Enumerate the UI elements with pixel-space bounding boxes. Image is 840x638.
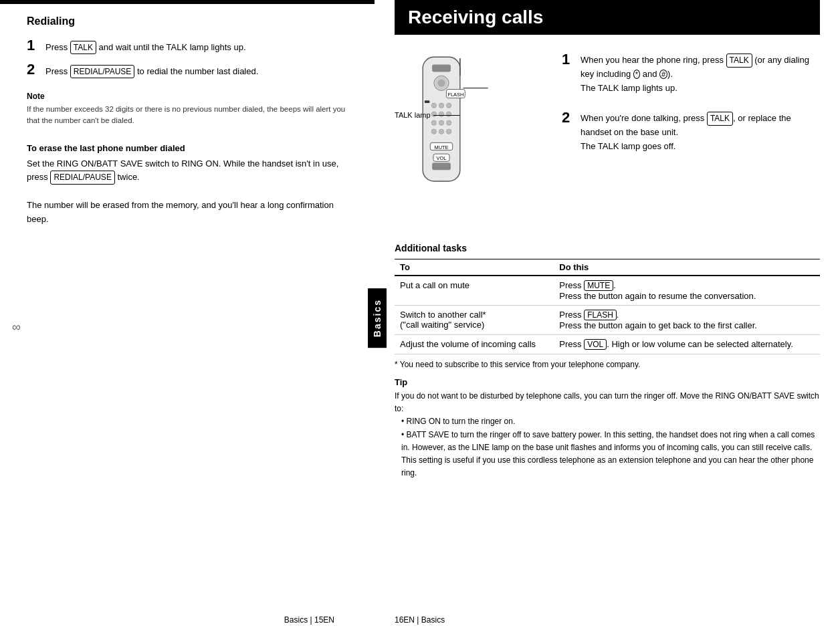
svg-point-16 [439, 129, 443, 134]
right-panel: Receiving calls FLASH [375, 0, 840, 638]
left-panel: Redialing 1 Press TALK and wait until th… [0, 0, 375, 638]
tip-list: RING ON to turn the ringer on. BATT SAVE… [395, 415, 820, 480]
note-title: Note [27, 92, 354, 101]
tasks-table: To Do this Put a call on mute Press MUTE… [395, 259, 820, 354]
tip-text: If you do not want to be disturbed by te… [395, 390, 820, 480]
erase-text: Set the RING ON/BATT SAVE switch to RING… [27, 157, 354, 227]
step-1: 1 Press TALK and wait until the TALK lam… [27, 38, 354, 54]
additional-tasks: Additional tasks To Do this Put a call o… [395, 243, 820, 480]
col-to: To [395, 259, 554, 276]
svg-point-15 [431, 129, 436, 134]
tip-intro: If you do not want to be disturbed by te… [395, 391, 819, 413]
receiving-content: FLASH MUTE [395, 51, 820, 227]
tip-item-2: BATT SAVE to turn the ringer off to save… [401, 429, 820, 480]
svg-point-7 [439, 103, 443, 108]
table-row: Adjust the volume of incoming calls Pres… [395, 335, 820, 354]
table-header-row: To Do this [395, 259, 820, 276]
footnote: * You need to subscribe to this service … [395, 360, 820, 369]
redial-key-1: REDIAL/PAUSE [70, 65, 134, 78]
svg-text:FLASH: FLASH [447, 92, 463, 98]
svg-rect-1 [432, 64, 451, 72]
svg-point-8 [446, 103, 451, 108]
svg-text:MUTE: MUTE [435, 144, 449, 150]
talk-key-recv-1: TALK [726, 54, 752, 68]
task-to-2: Switch to another call*("call waiting" s… [395, 306, 554, 335]
receive-step-1-num: 1 [562, 51, 581, 68]
page-title: Receiving calls [408, 7, 807, 28]
talk-lamp-line [433, 115, 460, 116]
svg-rect-22 [432, 163, 451, 170]
svg-point-6 [431, 103, 436, 108]
col-do: Do this [554, 259, 820, 276]
svg-point-3 [437, 80, 445, 87]
tip-item-1: RING ON to turn the ringer on. [401, 415, 820, 428]
flash-key: FLASH [584, 310, 617, 320]
tip-section: Tip If you do not want to be disturbed b… [395, 377, 820, 480]
note-text: If the number exceeds 32 digits or there… [27, 104, 354, 127]
erase-section: To erase the last phone number dialed Se… [27, 143, 354, 227]
infinity-mark: ∞ [12, 320, 21, 334]
step-2-num: 2 [27, 62, 45, 77]
mute-key: MUTE [584, 280, 613, 291]
task-do-1: Press MUTE. Press the button again to re… [554, 276, 820, 306]
additional-tasks-title: Additional tasks [395, 243, 820, 253]
task-do-2: Press FLASH. Press the button again to g… [554, 306, 820, 335]
svg-point-12 [431, 120, 436, 125]
steps-right: 1 When you hear the phone ring, press TA… [562, 51, 820, 227]
task-to-1: Put a call on mute [395, 276, 554, 306]
receive-step-2: 2 When you're done talking, press TALK, … [562, 109, 820, 154]
task-to-3: Adjust the volume of incoming calls [395, 335, 554, 354]
receive-step-1: 1 When you hear the phone ring, press TA… [562, 51, 820, 96]
tip-title: Tip [395, 377, 820, 387]
talk-lamp-label: TALK lamp [395, 111, 460, 119]
svg-point-13 [439, 120, 443, 125]
redialing-title: Redialing [27, 15, 354, 27]
svg-point-14 [446, 120, 451, 125]
erase-title: To erase the last phone number dialed [27, 143, 354, 153]
svg-rect-21 [425, 100, 429, 103]
step-2: 2 Press REDIAL/PAUSE to redial the numbe… [27, 62, 354, 78]
receive-step-2-text: When you're done talking, press TALK, or… [581, 109, 820, 154]
talk-key-1: TALK [70, 41, 96, 54]
page-header: Receiving calls [395, 0, 820, 35]
note-section: Note If the number exceeds 32 digits or … [27, 92, 354, 127]
svg-text:VOL: VOL [437, 155, 447, 161]
receive-step-2-num: 2 [562, 109, 581, 126]
svg-point-17 [446, 129, 451, 134]
page-num-right: 16EN | Basics [395, 615, 445, 625]
receive-step-1-text: When you hear the phone ring, press TALK… [581, 51, 820, 96]
table-row: Switch to another call*("call waiting" s… [395, 306, 820, 335]
redial-key-2: REDIAL/PAUSE [50, 171, 114, 185]
step-1-num: 1 [27, 38, 45, 53]
step-2-text: Press REDIAL/PAUSE to redial the number … [45, 62, 258, 78]
talk-key-recv-2: TALK [707, 112, 733, 126]
step-1-text: Press TALK and wait until the TALK lamp … [45, 38, 246, 54]
phone-svg: FLASH MUTE [395, 51, 488, 225]
table-row: Put a call on mute Press MUTE. Press the… [395, 276, 820, 306]
page-num-left: Basics | 15EN [284, 615, 334, 625]
vol-key: VOL [584, 339, 607, 350]
task-do-3: Press VOL. High or low volume can be sel… [554, 335, 820, 354]
phone-diagram: FLASH MUTE [395, 51, 542, 227]
top-border [0, 2, 375, 4]
